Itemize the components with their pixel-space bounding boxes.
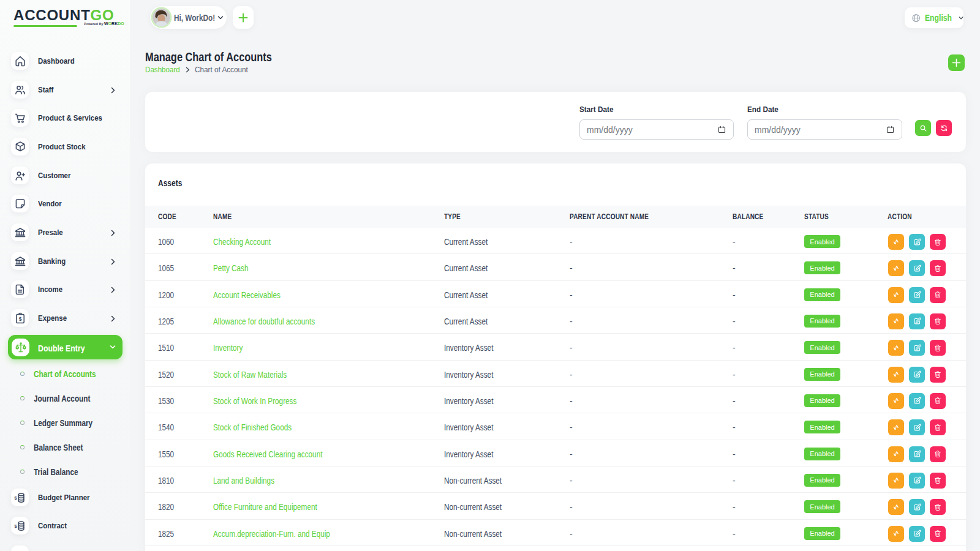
svg-text:$: $ bbox=[18, 315, 21, 321]
svg-text:$: $ bbox=[14, 523, 17, 529]
svg-text:$: $ bbox=[14, 495, 17, 501]
